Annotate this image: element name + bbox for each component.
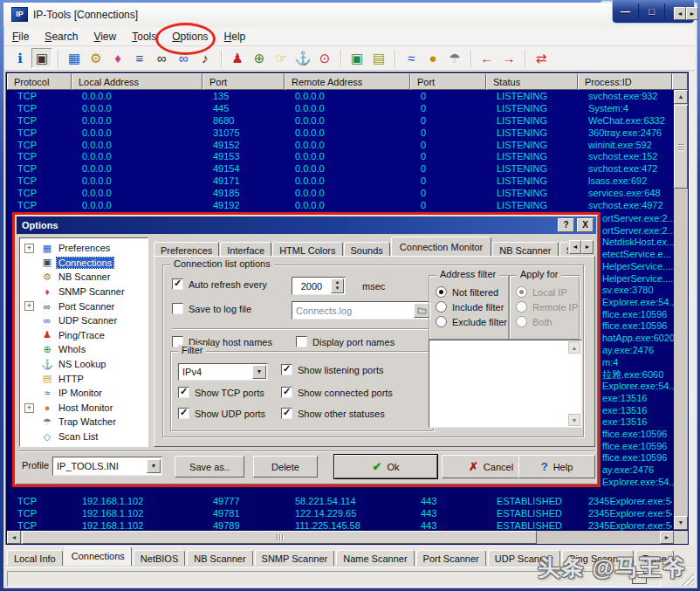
checkbox[interactable]	[172, 278, 183, 290]
name-scanner-icon[interactable]: ≡	[129, 48, 150, 68]
checkbox[interactable]	[172, 303, 183, 314]
save-log-checkbox[interactable]: Save to log file	[172, 303, 251, 314]
tree-item-udp-scanner[interactable]: ∞UDP Scanner	[20, 313, 148, 328]
tree-expander-icon[interactable]: +	[24, 244, 34, 253]
table-row[interactable]: TCP0.0.0.0491530.0.0.00LISTENINGsvchost.…	[7, 150, 672, 162]
bottom-tab-connections[interactable]: Connections	[65, 546, 132, 567]
profile-dropdown[interactable]: IP_TOOLS.INI ▼	[52, 457, 162, 476]
checkbox[interactable]	[281, 364, 292, 375]
menu-help[interactable]: Help	[216, 29, 254, 45]
log-file-input[interactable]: Connects.log	[292, 301, 431, 320]
checkbox[interactable]	[178, 408, 189, 419]
tab-next-icon[interactable]: ►	[581, 240, 594, 254]
checkbox[interactable]	[281, 408, 292, 419]
dialog-tab-snmp-sca[interactable]: SNMP Sca	[559, 242, 568, 256]
host-monitor-icon[interactable]: ▣	[347, 48, 367, 68]
connections-icon[interactable]: ▣	[31, 48, 52, 68]
spinner-icon[interactable]: ▲▼	[331, 278, 344, 293]
ping-trace-icon[interactable]: ♟	[227, 48, 248, 68]
netbios-icon[interactable]: ▦	[64, 48, 85, 68]
dialog-title-bar[interactable]: Options ? X	[17, 216, 596, 234]
tree-item-preferences[interactable]: +▦Preferences	[20, 241, 148, 256]
checkbox[interactable]	[296, 336, 307, 347]
tree-expander-icon[interactable]: +	[24, 301, 34, 311]
checkbox-show-other-statuses[interactable]: Show other statuses	[281, 408, 385, 419]
address-filter-list[interactable]: ▲ ▼	[429, 340, 582, 428]
port-scanner-binoculars-icon[interactable]: ∞	[151, 48, 172, 68]
menu-tools[interactable]: Tools	[124, 29, 164, 45]
ns-lookup-ship-icon[interactable]: ⚓	[292, 48, 313, 68]
checkbox[interactable]	[178, 387, 189, 398]
table-row[interactable]: TCP0.0.0.0310750.0.0.00LISTENING360tray.…	[7, 127, 672, 139]
column-header-status[interactable]: Status	[486, 73, 578, 90]
menu-file[interactable]: File	[4, 29, 37, 45]
bottom-tab-name-scanner[interactable]: Name Scanner	[336, 550, 414, 567]
column-header-port[interactable]: Port	[202, 73, 285, 90]
minimize-button[interactable]: —	[613, 3, 639, 19]
dialog-tab-connection-monitor[interactable]: Connection Monitor	[391, 237, 491, 256]
swap-arrows-icon[interactable]: ⇄	[531, 48, 552, 68]
radio-button[interactable]	[436, 316, 447, 327]
table-row[interactable]: TCP0.0.0.0491850.0.0.00LISTENINGservices…	[7, 187, 672, 199]
bottom-tab-snmp-scanner[interactable]: SNMP Scanner	[255, 550, 335, 567]
whois-globe-icon[interactable]: ⊕	[249, 48, 270, 68]
tree-item-ns-lookup[interactable]: ⚓NS Lookup	[20, 357, 148, 372]
dropdown-arrow-icon[interactable]: ▼	[252, 365, 266, 379]
tree-item-ping-trace[interactable]: ♟Ping/Trace	[20, 328, 148, 343]
http-doc-icon[interactable]: ▤	[368, 48, 389, 68]
dialog-help-button[interactable]: ?	[558, 218, 574, 232]
tree-item-trap-watcher[interactable]: ☂Trap Watcher	[20, 415, 148, 430]
table-row[interactable]: TCP0.0.0.04450.0.0.00LISTENINGSystem:4	[7, 102, 672, 114]
display-port-names-checkbox[interactable]: Display port names	[296, 336, 395, 347]
bottom-tab-port-scanner[interactable]: Port Scanner	[416, 550, 486, 567]
column-header-local-address[interactable]: Local Address	[72, 73, 202, 90]
tree-item-nb-scanner[interactable]: ⚙NB Scanner	[20, 270, 148, 285]
dialog-tab-preferences[interactable]: Preferences	[154, 242, 219, 256]
checkbox-show-udp-ports[interactable]: Show UDP ports	[178, 408, 265, 419]
sound-icon[interactable]: ♪	[195, 48, 216, 68]
snmp-scanner-icon[interactable]: ♦	[107, 48, 128, 68]
list-scroll-up-icon[interactable]: ▲	[568, 341, 580, 354]
dropdown-arrow-icon[interactable]: ▼	[147, 459, 161, 473]
scroll-right-icon[interactable]: ►	[660, 531, 674, 544]
finger-icon[interactable]: ☞	[271, 48, 292, 68]
auto-refresh-checkbox[interactable]: Auto refresh every	[172, 278, 267, 290]
radio-exclude-filter[interactable]: Exclude filter	[436, 316, 507, 327]
table-row[interactable]: TCP192.168.1.10249781122.14.229.65443EST…	[7, 507, 672, 519]
table-row[interactable]: TCP0.0.0.086800.0.0.00LISTENINGWeChat.ex…	[7, 114, 672, 127]
list-scroll-down-icon[interactable]: ▼	[568, 414, 580, 426]
tree-item-connections[interactable]: ▣Connections	[20, 256, 148, 271]
back-arrow-icon[interactable]: ←	[477, 48, 498, 68]
ip-version-dropdown[interactable]: IPv4 ▼	[178, 363, 268, 381]
bottom-tab-local-info[interactable]: Local Info	[7, 550, 63, 567]
alarm-clock-icon[interactable]: ⊙	[314, 48, 335, 68]
table-row[interactable]: TCP192.168.1.1024977758.221.54.114443EST…	[7, 495, 672, 507]
table-row[interactable]: TCP0.0.0.01350.0.0.00LISTENINGsvchost.ex…	[7, 90, 672, 102]
help-button[interactable]: ? Help	[518, 455, 595, 478]
table-row[interactable]: TCP0.0.0.0491520.0.0.00LISTENINGwininit.…	[7, 139, 672, 151]
tree-item-scan-list[interactable]: ◇Scan List	[20, 430, 148, 444]
column-header-protocol[interactable]: Protocol	[7, 73, 72, 90]
trap-watcher-dish-icon[interactable]: ☂	[444, 48, 465, 68]
pie-chart-icon[interactable]: ●	[422, 48, 443, 68]
tab-prev-icon[interactable]: ◄	[569, 240, 581, 254]
tree-item-ip-monitor[interactable]: ≈IP Monitor	[20, 386, 148, 401]
table-row[interactable]: TCP0.0.0.0491540.0.0.00LISTENINGsvchost.…	[7, 162, 672, 175]
dialog-tab-html-colors[interactable]: HTML Colors	[272, 242, 342, 256]
menu-options[interactable]: Options	[164, 29, 216, 45]
forward-arrow-icon[interactable]: →	[498, 48, 519, 68]
dialog-tab-sounds[interactable]: Sounds	[344, 242, 390, 256]
nb-scanner-lock-icon[interactable]: ⚙	[86, 48, 106, 68]
udp-scanner-binoculars-icon[interactable]: ∞	[173, 48, 194, 68]
horizontal-scrollbar-thumb[interactable]	[22, 531, 537, 544]
tree-item-http[interactable]: ▤HTTP	[20, 371, 148, 386]
title-bar[interactable]: IP IP-Tools [Connections]	[3, 3, 696, 26]
checkbox-show-connected-ports[interactable]: Show connected ports	[281, 387, 393, 398]
tree-expander-icon[interactable]: +	[24, 403, 34, 413]
table-row[interactable]: TCP0.0.0.0491710.0.0.00LISTENINGlsass.ex…	[7, 175, 672, 187]
scroll-left-icon[interactable]: ◄	[7, 531, 21, 544]
tree-item-host-monitor[interactable]: +●Host Monitor	[20, 401, 148, 416]
column-header-remote-address[interactable]: Remote Address	[285, 73, 410, 90]
vertical-scrollbar-thumb[interactable]	[674, 105, 688, 189]
radio-button[interactable]	[436, 286, 447, 298]
